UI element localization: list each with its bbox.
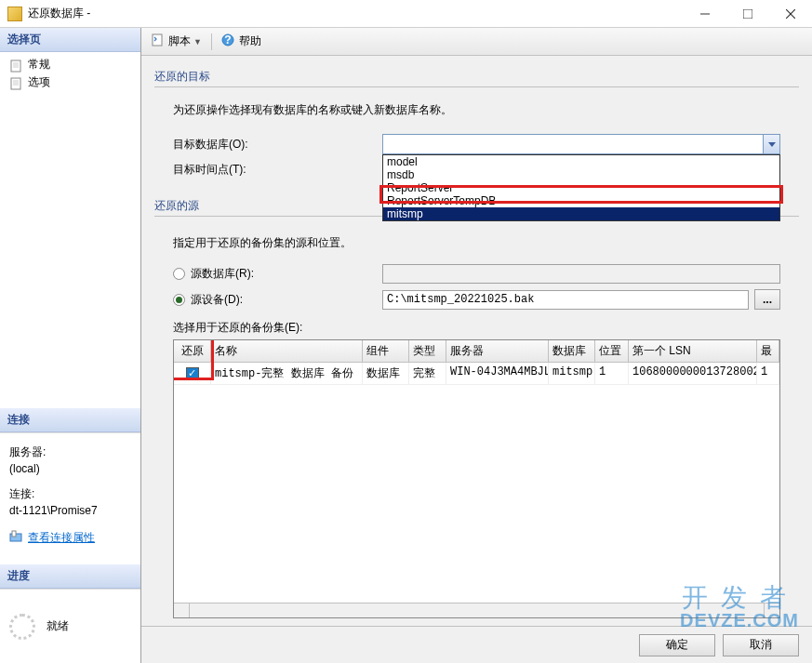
view-connection-props-link[interactable]: 查看连接属性	[28, 530, 95, 546]
backup-sets-grid[interactable]: 还原 名称 组件 类型 服务器 数据库 位置 第一个 LSN 最 ✓ mitsm…	[173, 339, 780, 618]
sidebar-item-label: 常规	[28, 57, 50, 73]
chevron-down-icon	[768, 142, 776, 147]
dropdown-item[interactable]: ReportServerTempDB	[383, 194, 779, 207]
sidebar: 选择页 常规 选项 连接 服务器: (local) 连接: dt-1121\Pr	[0, 28, 141, 663]
progress-header: 进度	[0, 564, 140, 589]
svg-rect-13	[12, 531, 16, 537]
horizontal-scrollbar[interactable]	[174, 603, 779, 617]
server-label: 服务器:	[9, 444, 131, 460]
dialog-footer: 确定 取消	[141, 626, 812, 663]
chevron-down-icon: ▼	[193, 37, 202, 46]
cell-server: WIN-04J3MA4MBJL	[446, 363, 549, 384]
target-db-input[interactable]	[383, 135, 763, 153]
source-device-label: 源设备(D):	[191, 292, 243, 308]
maximize-button[interactable]	[726, 0, 769, 28]
source-device-radio[interactable]	[173, 294, 185, 306]
col-restore[interactable]: 还原	[174, 340, 211, 362]
page-icon	[9, 60, 24, 71]
toolbar-separator	[211, 33, 212, 50]
connection-value: dt-1121\Promise7	[9, 504, 131, 517]
cell-database: mitsmp	[549, 363, 595, 384]
combo-dropdown-button[interactable]	[763, 135, 779, 153]
select-page-header: 选择页	[0, 28, 140, 52]
browse-button[interactable]: ...	[754, 289, 780, 310]
col-position[interactable]: 位置	[595, 340, 629, 362]
grid-header: 还原 名称 组件 类型 服务器 数据库 位置 第一个 LSN 最	[174, 340, 779, 363]
dropdown-item[interactable]: ReportServer	[383, 181, 779, 194]
ok-button[interactable]: 确定	[639, 634, 715, 656]
divider	[154, 86, 799, 87]
minimize-button[interactable]	[684, 0, 726, 28]
cell-type: 完整	[409, 363, 446, 384]
svg-rect-14	[153, 34, 162, 46]
target-time-label: 目标时间点(T):	[173, 162, 382, 178]
titlebar: 还原数据库 -	[0, 0, 812, 28]
col-first-lsn[interactable]: 第一个 LSN	[629, 340, 757, 362]
sidebar-item-label: 选项	[28, 74, 50, 90]
cancel-button[interactable]: 取消	[723, 634, 799, 656]
main-panel: 脚本 ▼ ? 帮助 还原的目标 为还原操作选择现有数据库的名称或键入新数据库名称…	[141, 28, 812, 663]
backup-sets-label: 选择用于还原的备份集(E):	[154, 312, 799, 336]
page-icon	[9, 77, 24, 88]
cell-component: 数据库	[363, 363, 409, 384]
dropdown-item[interactable]: model	[383, 155, 779, 168]
dropdown-item-selected[interactable]: mitsmp	[383, 207, 779, 220]
server-value: (local)	[9, 462, 131, 475]
help-icon: ?	[221, 33, 236, 49]
target-hint: 为还原操作选择现有数据库的名称或键入新数据库名称。	[154, 97, 799, 131]
dropdown-item[interactable]: msdb	[383, 168, 779, 181]
col-name[interactable]: 名称	[211, 340, 363, 362]
cell-first-lsn: 106800000001372800210	[629, 363, 757, 384]
cell-last: 1	[757, 363, 779, 384]
target-db-dropdown[interactable]: model msdb ReportServer ReportServerTemp…	[382, 154, 780, 221]
cell-name: mitsmp-完整 数据库 备份	[211, 363, 363, 384]
svg-rect-8	[11, 78, 20, 89]
svg-text:?: ?	[224, 33, 231, 46]
sidebar-item-options[interactable]: 选项	[4, 73, 137, 91]
connection-props-icon	[9, 530, 24, 546]
source-db-radio[interactable]	[173, 268, 185, 280]
table-row[interactable]: ✓ mitsmp-完整 数据库 备份 数据库 完整 WIN-04J3MA4MBJ…	[174, 363, 779, 385]
connection-header: 连接	[0, 408, 140, 432]
progress-ring-icon	[9, 614, 35, 640]
source-hint: 指定用于还原的备份集的源和位置。	[154, 226, 799, 260]
target-legend: 还原的目标	[154, 69, 799, 86]
restore-checkbox[interactable]: ✓	[186, 367, 199, 380]
script-button[interactable]: 脚本 ▼	[147, 32, 206, 51]
col-server[interactable]: 服务器	[446, 340, 549, 362]
progress-status: 就绪	[47, 618, 69, 634]
svg-rect-1	[743, 9, 752, 19]
close-button[interactable]	[769, 0, 812, 28]
window-title: 还原数据库 -	[28, 6, 684, 21]
help-button[interactable]: ? 帮助	[218, 32, 265, 51]
source-db-label: 源数据库(R):	[191, 266, 254, 282]
target-db-combo[interactable]	[382, 134, 780, 154]
col-type[interactable]: 类型	[409, 340, 446, 362]
cell-position: 1	[595, 363, 629, 384]
col-component[interactable]: 组件	[363, 340, 409, 362]
source-db-input	[382, 264, 780, 284]
toolbar: 脚本 ▼ ? 帮助	[141, 28, 812, 56]
svg-rect-4	[11, 60, 20, 72]
sidebar-item-general[interactable]: 常规	[4, 56, 137, 73]
script-icon	[151, 33, 166, 49]
col-last[interactable]: 最	[757, 340, 779, 362]
source-device-input[interactable]	[382, 290, 749, 310]
target-db-label: 目标数据库(O):	[173, 137, 382, 152]
col-database[interactable]: 数据库	[549, 340, 595, 362]
db-icon	[7, 7, 22, 21]
connection-label: 连接:	[9, 486, 131, 502]
